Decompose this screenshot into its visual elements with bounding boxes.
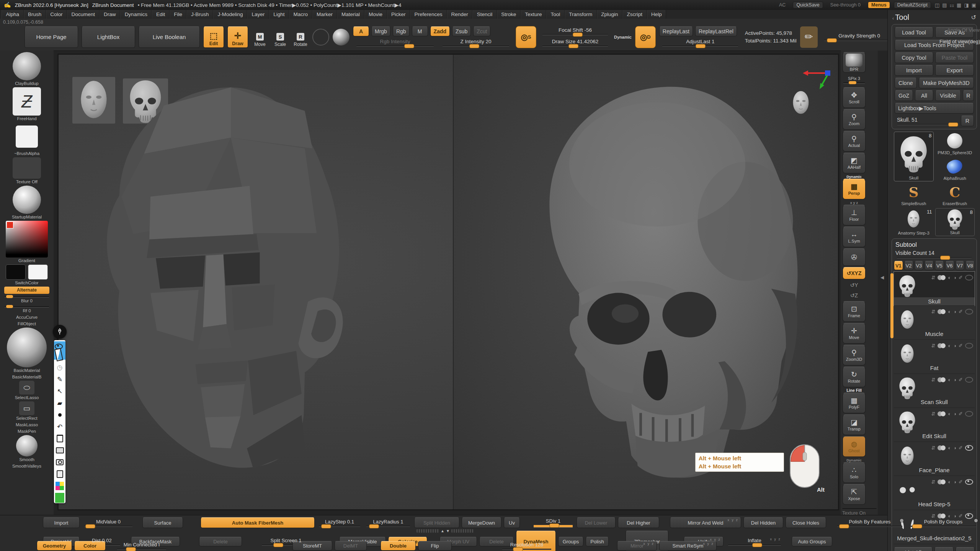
subtool-row-icons[interactable]: ⇵ ◐ ◑ ✐ [931, 411, 973, 417]
tool-thumbnail[interactable]: Ϲ EraserBrush [935, 183, 975, 207]
visibility-eye-icon[interactable] [965, 343, 973, 349]
channel-toggle[interactable]: A [353, 26, 369, 36]
shelf-button[interactable]: ◍ Ghost [842, 436, 866, 457]
shade-icon[interactable]: ◐ [948, 445, 951, 451]
gravity-strength-slider[interactable]: Gravity Strength 0 [821, 32, 898, 42]
menu-item[interactable]: Picker [387, 10, 410, 19]
draw-size-slider[interactable]: Draw Size 41.42062 [540, 38, 611, 48]
version-tab[interactable]: V1 [894, 261, 903, 270]
home-page-button[interactable]: Home Page [24, 26, 78, 48]
shelf-button[interactable]: ↺Y [842, 280, 866, 290]
clipboard-icon[interactable] [55, 470, 64, 478]
tray-icon[interactable]: ▤ [942, 2, 947, 8]
brush-icon[interactable]: ✐ [959, 445, 963, 451]
flip-icon[interactable]: ⇵ [931, 411, 935, 417]
color-palette-icon[interactable] [55, 482, 64, 490]
rotate-button[interactable]: R Rotate [292, 26, 309, 48]
contrast-icon[interactable]: ◑ [953, 275, 956, 280]
subtool-row-icons[interactable]: ⇵ ◐ ◑ ✐ [931, 445, 973, 451]
polypaint-icon[interactable] [938, 411, 946, 416]
sdiv-slider[interactable]: SDiv 1 [532, 517, 574, 528]
shelf-button[interactable]: Dynamic ∴ Solo [842, 458, 866, 483]
menu-item[interactable]: Tool [546, 10, 565, 19]
menu-item[interactable]: Layer [247, 10, 269, 19]
tray-item[interactable]: ClayBuildup [2, 52, 51, 86]
menu-item[interactable]: Color [46, 10, 67, 19]
tray-item[interactable]: MaskPen [2, 429, 51, 434]
tray-item[interactable]: FreeHand [2, 87, 51, 122]
shade-icon[interactable]: ◐ [948, 411, 951, 417]
shelf-button[interactable]: ↺Z [842, 291, 866, 300]
paste-tool-button[interactable]: Paste Tool [935, 52, 974, 63]
tray-icon[interactable]: ◫ [935, 2, 939, 8]
shelf-button[interactable]: Line Fill ▦ PolyF [842, 388, 866, 413]
menu-item[interactable]: Zscript [622, 10, 647, 19]
contrast-icon[interactable]: ◑ [953, 343, 956, 349]
polypaint-icon[interactable] [938, 445, 946, 450]
polypaint-icon[interactable] [938, 343, 946, 348]
shelf-button[interactable]: ✇ [842, 248, 866, 266]
move-up-button[interactable]: ↑ [934, 547, 954, 551]
replay-last-rel-button[interactable]: ReplayLastRel [695, 26, 737, 36]
contrast-icon[interactable]: ◑ [953, 411, 956, 417]
tray-item[interactable]: MaskLasso [2, 422, 51, 428]
goz-button[interactable]: GoZ [895, 90, 913, 101]
shelf-button[interactable]: ✛ Move [842, 323, 866, 344]
visibility-eye-icon[interactable] [965, 411, 973, 417]
export-button[interactable]: Export [935, 65, 974, 76]
z-intensity-slider[interactable]: Z Intensity 20 [439, 38, 512, 48]
move-down-button[interactable]: ↓ [956, 547, 975, 551]
flip-icon[interactable]: ⇵ [931, 377, 935, 383]
uv-button[interactable]: Uv [504, 517, 520, 528]
load-tool-button[interactable]: Load Tool [895, 27, 933, 38]
auto-groups-button[interactable]: Auto Groups [792, 537, 832, 546]
polish-by-features-slider[interactable]: Polish By Features [835, 517, 905, 528]
menu-item[interactable]: J-Brush [186, 10, 213, 19]
flip-icon[interactable]: ⇵ [931, 445, 935, 451]
tray-item[interactable]: Rf 0 [2, 305, 51, 314]
del-higher-button[interactable]: Del Higher [618, 517, 659, 528]
flip-button[interactable]: Flip [418, 541, 452, 551]
tray-item[interactable]: BasicMaterialB [2, 374, 51, 380]
tool-thumbnail[interactable]: 11 Anatomy Step-3 [894, 208, 934, 236]
focal-shift-slider[interactable]: Focal Shift -56 [540, 26, 611, 36]
scale-button[interactable]: S Scale [272, 26, 289, 48]
shelf-button[interactable]: ⇱ Xpose [842, 484, 866, 505]
menu-item[interactable]: Draw [100, 10, 121, 19]
resolution-slider[interactable]: Resolution 128 [500, 541, 554, 551]
contrast-icon[interactable]: ◑ [953, 479, 956, 485]
subtool-row[interactable]: ⇵ ◐ ◑ ✐ Edit Skull [894, 408, 975, 442]
polish-by-groups-slider[interactable]: Polish By Groups [907, 517, 979, 528]
axis-gizmo[interactable] [802, 68, 833, 90]
timer-tool-icon[interactable]: ◷ [55, 363, 64, 372]
lazystep-slider[interactable]: LazyStep 0.1 [317, 517, 362, 528]
tool-thumbnail[interactable]: 8 Skull [894, 132, 934, 181]
shelf-button[interactable]: ⚲ Zoom [842, 109, 866, 130]
tray-item[interactable]: BasicMaterial [2, 328, 51, 373]
tray-item[interactable]: ~BrushAlpha [2, 122, 51, 156]
tray-item-slider[interactable] [5, 306, 49, 308]
stroke-icon[interactable]: ◎S [516, 26, 536, 48]
subtool-row[interactable]: ⇵ ◐ ◑ ✐ Muscle [894, 306, 975, 340]
tray-item[interactable]: Alternate [2, 287, 51, 294]
menu-item[interactable]: Transform [565, 10, 597, 19]
tray-item[interactable]: AccuCurve [2, 315, 51, 320]
del-lower-button[interactable]: Del Lower [577, 517, 616, 528]
tray-item-slider[interactable] [5, 296, 49, 298]
visible-count-slider[interactable]: Visible Count 14 [894, 249, 975, 259]
channel-toggle[interactable]: Rgb [393, 26, 410, 36]
menu-item[interactable]: File [170, 10, 187, 19]
tray-icon[interactable]: ▣ [972, 2, 976, 8]
divider-arrow-icon[interactable]: ◀ [880, 275, 884, 280]
brush-icon[interactable]: ✐ [959, 479, 963, 485]
channel-toggle[interactable]: Mrgb [371, 26, 390, 36]
channel-toggle[interactable]: M [412, 26, 428, 36]
menu-item[interactable]: Marker [312, 10, 337, 19]
subtool-row-icons[interactable]: ⇵ ◐ ◑ ✐ [931, 275, 973, 280]
brush-icon[interactable]: ✐ [959, 411, 963, 417]
live-boolean-button[interactable]: Live Boolean [139, 26, 200, 48]
polypaint-icon[interactable] [938, 377, 946, 382]
subtool-row-icons[interactable]: ⇵ ◐ ◑ ✐ [931, 309, 973, 315]
replay-last-button[interactable]: ReplayLast [659, 26, 693, 36]
shade-icon[interactable]: ◐ [948, 377, 951, 383]
